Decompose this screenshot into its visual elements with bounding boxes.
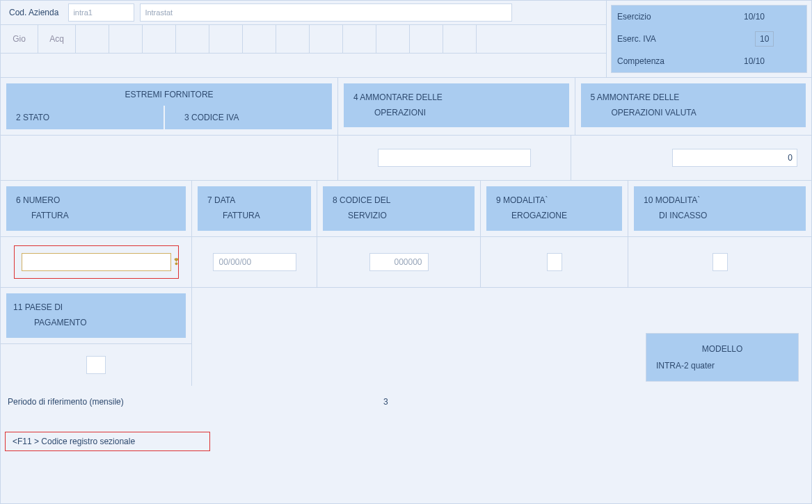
col5-line1: 5 AMMONTARE DELLE (591, 90, 797, 106)
esercizio-label: Esercizio (612, 12, 744, 22)
tab-blank[interactable] (109, 25, 143, 53)
col4-line1: 4 AMMONTARE DELLE (353, 90, 559, 106)
col5-line2: OPERAZIONI VALUTA (591, 106, 797, 121)
modello-title: MODELLO (656, 341, 788, 357)
codice-iva-header: 3 CODICE IVA (165, 106, 332, 129)
ammontare-operazioni-cell (338, 136, 571, 180)
competenza-value: 10/10 (744, 56, 765, 66)
codice-servizio-input[interactable]: 000000 (369, 253, 429, 271)
tab-blank[interactable] (209, 25, 243, 53)
codice-servizio-h2: SERVIZIO (333, 209, 465, 224)
fornitore-value-cell (1, 136, 338, 180)
eserc-iva-value: 10 (755, 31, 774, 47)
data-fattura-input[interactable]: 00/00/00 (213, 253, 296, 271)
periodo-label: Periodo di riferimento (mensile) (8, 397, 383, 407)
fiscal-info-box: Esercizio 10/10 Eserc. IVA 10 Competenza… (611, 5, 807, 73)
stato-header: 2 STATO (6, 106, 165, 129)
tab-blank[interactable] (443, 25, 477, 53)
competenza-label: Competenza (612, 56, 744, 66)
modalita-erogazione-h2: EROGAZIONE (496, 209, 612, 224)
numero-fattura-h2: FATTURA (16, 209, 176, 224)
data-fattura-h2: FATTURA (207, 209, 301, 224)
ammontare-valuta-block: 5 AMMONTARE DELLE OPERAZIONI VALUTA (575, 78, 812, 135)
tab-blank[interactable] (343, 25, 376, 53)
estremi-fornitore-title: ESTREMI FORNITORE (6, 83, 332, 106)
tab-blank[interactable] (310, 25, 343, 53)
numero-fattura-h1: 6 NUMERO (16, 193, 176, 209)
numero-fattura-highlight: ❢ (14, 245, 179, 279)
estremi-fornitore-block: ESTREMI FORNITORE 2 STATO 3 CODICE IVA (1, 78, 338, 135)
tab-gio[interactable]: Gio (1, 25, 38, 53)
azienda-desc-input[interactable] (140, 3, 512, 22)
codice-servizio-h1: 8 CODICE DEL (333, 193, 465, 209)
lookup-icon[interactable]: ❢ (173, 257, 180, 267)
modalita-erogazione-input[interactable] (547, 253, 562, 271)
ammontare-valuta-cell: 0 (571, 136, 812, 180)
tab-blank[interactable] (376, 25, 410, 53)
f11-hint: <F11 > Codice registro sezionale (5, 432, 210, 451)
periodo-value: 3 (383, 397, 388, 407)
tab-blank[interactable] (243, 25, 276, 53)
data-fattura-h1: 7 DATA (207, 193, 301, 209)
tab-blank[interactable] (176, 25, 209, 53)
modalita-erogazione-h1: 9 MODALITA` (496, 193, 612, 209)
tab-blank[interactable] (143, 25, 176, 53)
paese-pagamento-h1: 11 PAESE DI (13, 300, 179, 316)
cod-azienda-label: Cod. Azienda (5, 3, 63, 22)
esercizio-value: 10/10 (744, 12, 765, 22)
paese-pagamento-input[interactable] (86, 356, 106, 374)
tab-blank[interactable] (276, 25, 310, 53)
modalita-incasso-h1: 10 MODALITA` (644, 193, 796, 209)
modello-value: INTRA-2 quater (656, 357, 788, 374)
ammontare-operazioni-block: 4 AMMONTARE DELLE OPERAZIONI (338, 78, 575, 135)
form-container: Cod. Azienda Gio Acq (0, 0, 812, 504)
ammontare-operazioni-input[interactable] (378, 149, 531, 167)
paese-pagamento-h2: PAGAMENTO (13, 316, 179, 331)
tab-blank[interactable] (410, 25, 443, 53)
tab-acq[interactable]: Acq (38, 25, 76, 53)
cod-azienda-input[interactable] (68, 3, 134, 22)
tab-blank[interactable] (76, 25, 109, 53)
eserc-iva-label: Eserc. IVA (612, 34, 744, 44)
modalita-incasso-input[interactable] (713, 253, 728, 271)
modello-box: MODELLO INTRA-2 quater (646, 333, 799, 382)
numero-fattura-input[interactable]: ❢ (22, 253, 171, 271)
ammontare-valuta-input[interactable]: 0 (672, 149, 797, 167)
col4-line2: OPERAZIONI (353, 106, 559, 121)
journal-tabs: Gio Acq (1, 24, 606, 54)
modalita-incasso-h2: DI INCASSO (644, 209, 796, 224)
